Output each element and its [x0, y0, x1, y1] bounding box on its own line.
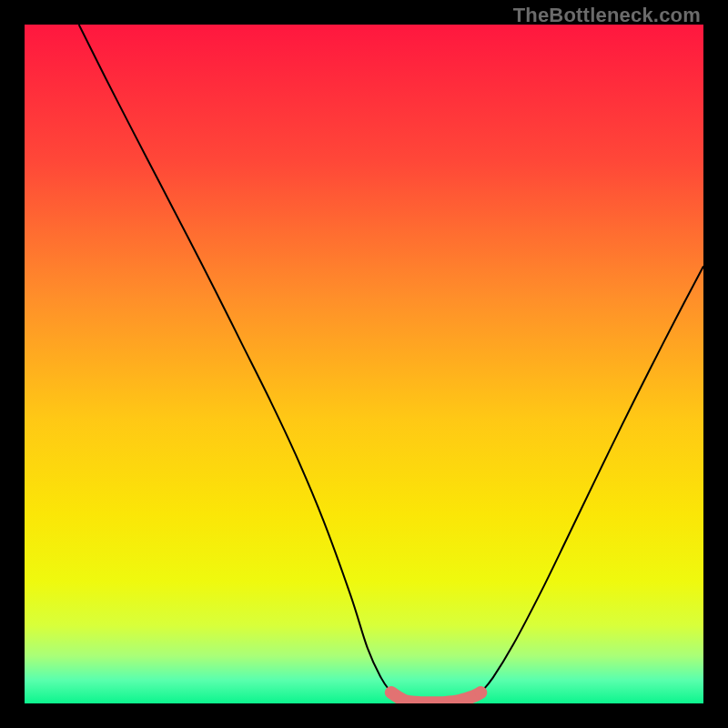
- chart-background: [25, 25, 703, 703]
- marker-group: [475, 687, 487, 699]
- plateau-right-dot: [475, 687, 487, 699]
- plot-area: [25, 25, 703, 703]
- chart-frame: TheBottleneck.com: [0, 0, 728, 728]
- chart-svg: [25, 25, 703, 703]
